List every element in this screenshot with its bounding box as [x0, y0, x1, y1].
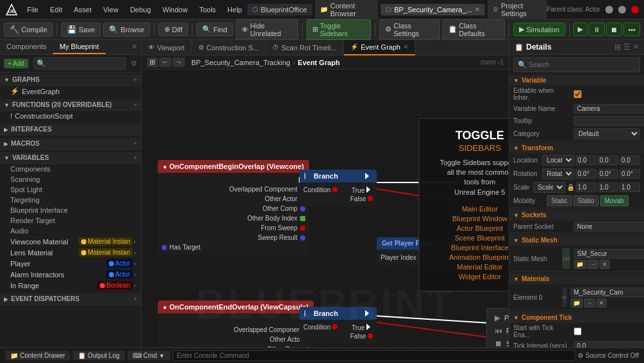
- scale-x-input[interactable]: [576, 182, 596, 192]
- editable-checkbox[interactable]: [574, 90, 582, 98]
- rotation-x-input[interactable]: [576, 169, 596, 179]
- nav-grid-btn[interactable]: ⊞: [147, 57, 158, 67]
- add-macro-icon[interactable]: +: [133, 140, 137, 147]
- tab-components[interactable]: Components: [0, 40, 53, 54]
- var-in-range[interactable]: In Range Boolean ›: [0, 280, 141, 291]
- location-z-input[interactable]: [620, 155, 640, 165]
- event-dispatchers-header[interactable]: ▶ EVENT DISPATCHERS +: [0, 293, 141, 305]
- mesh-clear-btn[interactable]: ✕: [600, 260, 610, 269]
- var-spot-light[interactable]: Spot Light: [0, 184, 141, 195]
- more-button[interactable]: •••: [623, 23, 640, 36]
- variable-section-header[interactable]: ▼ Variable: [509, 75, 644, 86]
- output-log-button[interactable]: 📋 Output Log: [73, 351, 124, 360]
- add-dispatcher-icon[interactable]: +: [133, 295, 137, 302]
- category-select[interactable]: Default: [574, 128, 640, 139]
- details-grid-icon[interactable]: ⊞: [614, 43, 621, 52]
- location-transform-select[interactable]: Location: [542, 155, 574, 166]
- static-mesh-input[interactable]: [574, 249, 644, 259]
- mat-arrow-btn[interactable]: →: [584, 299, 595, 308]
- scale-z-input[interactable]: [620, 182, 640, 192]
- play-button[interactable]: ▶: [573, 23, 587, 36]
- menu-window[interactable]: Window: [157, 5, 193, 15]
- parent-socket-input[interactable]: [574, 222, 644, 231]
- submenu-play[interactable]: ▶ Play: [487, 311, 509, 324]
- nav-back-btn[interactable]: ←: [159, 57, 171, 67]
- interfaces-header[interactable]: ▶ INTERFACES: [0, 124, 141, 135]
- menu-tools[interactable]: Tools: [194, 5, 221, 15]
- settings-icon[interactable]: ⚙: [131, 59, 137, 68]
- minimize-button[interactable]: [605, 6, 613, 14]
- event-graph-close-icon[interactable]: ✕: [403, 43, 408, 50]
- diff-button[interactable]: ⊕ Diff: [158, 23, 188, 36]
- var-targeting[interactable]: Targeting: [0, 195, 141, 205]
- var-render-target[interactable]: Render Target: [0, 215, 141, 226]
- link-scene-blueprint[interactable]: Scene Blueprint: [432, 234, 509, 242]
- pause-button[interactable]: ⏸: [589, 23, 605, 36]
- submenu-play-from-start[interactable]: ⏮ Play from Start: [487, 324, 509, 337]
- var-lens-material[interactable]: Lens Material Material Instan ›: [0, 247, 141, 258]
- functions-header[interactable]: ▼ FUNCTIONS (20 OVERRIDABLE) +: [0, 99, 141, 111]
- stop-button[interactable]: ⏹: [606, 23, 622, 36]
- menu-help[interactable]: Help: [222, 5, 247, 15]
- close-button[interactable]: [631, 6, 639, 14]
- graph-canvas[interactable]: ● OnComponentBeginOverlap (Viewcone) Ove…: [142, 70, 509, 348]
- static-mesh-section-header[interactable]: ▼ Static Mesh: [509, 235, 644, 246]
- source-control-status[interactable]: ⚙ Source Control Off: [578, 352, 639, 359]
- construction-script-item[interactable]: f ConstructionScript: [0, 111, 141, 121]
- event-graph-item[interactable]: ⚡ EventGraph: [0, 86, 141, 97]
- link-actor-blueprint[interactable]: Actor Blueprint: [432, 224, 509, 232]
- var-viewcone-material[interactable]: Viewcone Material Material Instan ›: [0, 236, 141, 247]
- compile-button[interactable]: 🔨 Compile: [4, 23, 53, 37]
- var-alarm-interactors[interactable]: Alarm Interactors Actor ›: [0, 269, 141, 280]
- link-animation-blueprint[interactable]: Animation Blueprint: [432, 253, 509, 261]
- materials-section-header[interactable]: ▼ Materials: [509, 273, 644, 284]
- tooltip-input[interactable]: [574, 116, 644, 126]
- link-main-editor[interactable]: Main Editor: [432, 205, 509, 213]
- location-x-input[interactable]: [576, 155, 596, 165]
- var-player[interactable]: Player Actor ›: [0, 258, 141, 269]
- link-blueprint-interface[interactable]: Blueprint Interface: [432, 244, 509, 251]
- details-close-button[interactable]: ✕: [633, 43, 639, 52]
- variable-name-input[interactable]: [574, 104, 644, 113]
- menu-asset[interactable]: Asset: [69, 5, 97, 15]
- mesh-browse-btn[interactable]: 📁: [574, 260, 586, 269]
- nav-forward-btn[interactable]: →: [173, 57, 185, 67]
- scale-transform-select[interactable]: Scale: [533, 182, 565, 193]
- node-begin-overlap[interactable]: ● OnComponentBeginOverlap (Viewcone) Ove…: [158, 160, 309, 255]
- node-branch-top[interactable]: Branch Condition True False: [299, 170, 377, 206]
- details-list-icon[interactable]: ☰: [623, 43, 630, 52]
- transform-section-header[interactable]: ▼ Transform: [509, 142, 644, 153]
- mat-clear-btn[interactable]: ✕: [596, 299, 607, 308]
- link-widget-editor[interactable]: Widget Editor: [432, 273, 509, 280]
- add-variable-icon[interactable]: +: [133, 154, 137, 161]
- simulation-button[interactable]: ▶ Simulation: [513, 23, 565, 36]
- component-tick-header[interactable]: ▼ Component Tick: [509, 312, 644, 323]
- menu-debug[interactable]: Debug: [125, 5, 156, 15]
- menu-edit[interactable]: Edit: [45, 5, 68, 15]
- tab-event-graph[interactable]: ⚡ Event Graph ✕: [344, 40, 415, 55]
- maximize-button[interactable]: [618, 6, 626, 14]
- var-bp-interface[interactable]: Blueprint Interface: [0, 205, 141, 215]
- find-button[interactable]: 🔍 Find: [196, 23, 232, 36]
- mesh-arrow-btn[interactable]: →: [587, 260, 598, 269]
- browse-button[interactable]: 🔍 Browse: [103, 23, 150, 37]
- menu-view[interactable]: View: [98, 5, 124, 15]
- tab-content-browser[interactable]: 📁 Content Browser: [315, 0, 378, 19]
- node-branch-bottom[interactable]: Branch Condition True False: [299, 307, 377, 344]
- tab-blueprint-office[interactable]: ⬡ BlueprintOffice: [247, 4, 312, 15]
- mobility-statio-btn[interactable]: Statio: [573, 195, 599, 206]
- mobility-static-btn[interactable]: Static: [547, 195, 572, 206]
- tab-viewport[interactable]: 👁 Viewport: [142, 40, 192, 55]
- rotation-transform-select[interactable]: Rotation: [542, 168, 574, 179]
- var-components[interactable]: Components: [0, 164, 141, 174]
- submenu-stop[interactable]: ⏹ Stop: [487, 337, 509, 348]
- lock-icon[interactable]: 🔒: [567, 184, 574, 191]
- node-end-overlap[interactable]: ● OnComponentEndOverlap (ViewCapsule) Ov…: [158, 300, 314, 348]
- mat-browse-btn[interactable]: 📁: [571, 299, 583, 308]
- rotation-z-input[interactable]: [620, 169, 640, 179]
- tab-my-blueprint[interactable]: My Blueprint: [53, 40, 105, 54]
- cmd-button[interactable]: ⌨ Cmd ▼: [128, 351, 170, 360]
- tab-project-settings[interactable]: ⚙ Project Settings: [488, 0, 547, 19]
- toggle-sidebars-button[interactable]: ⊞ Toggle Sidebars: [307, 19, 371, 40]
- macros-header[interactable]: ▶ MACROS +: [0, 138, 141, 150]
